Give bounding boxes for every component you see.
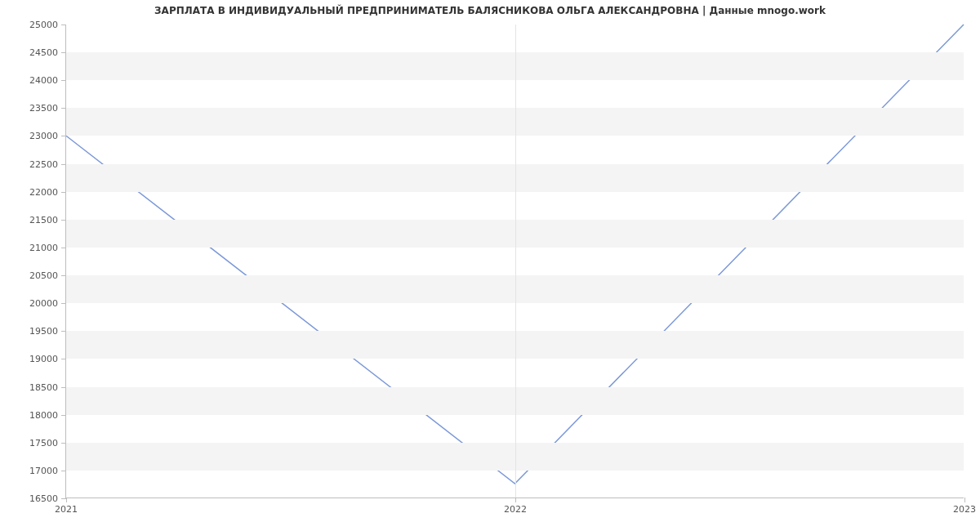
y-tick bbox=[61, 471, 66, 471]
y-tick bbox=[61, 359, 66, 359]
y-tick bbox=[61, 248, 66, 248]
x-tick-label: 2023 bbox=[953, 504, 976, 515]
y-tick-label: 17500 bbox=[29, 437, 58, 448]
y-tick-label: 23000 bbox=[29, 131, 58, 141]
y-tick-label: 22000 bbox=[29, 186, 58, 197]
y-tick bbox=[61, 443, 66, 444]
x-tick-label: 2021 bbox=[55, 504, 78, 515]
y-tick bbox=[61, 303, 66, 304]
y-tick bbox=[61, 387, 66, 388]
y-tick bbox=[61, 80, 66, 81]
y-tick bbox=[61, 415, 66, 416]
y-tick-label: 22500 bbox=[29, 158, 58, 169]
y-tick-label: 19000 bbox=[29, 354, 58, 364]
y-tick-label: 23500 bbox=[29, 103, 58, 114]
y-tick bbox=[61, 108, 66, 109]
y-tick-label: 18500 bbox=[29, 382, 58, 392]
y-tick-label: 24500 bbox=[29, 47, 58, 58]
x-tick-label: 2022 bbox=[504, 504, 527, 515]
y-tick bbox=[61, 164, 66, 165]
y-tick-label: 16500 bbox=[29, 493, 58, 504]
x-tick bbox=[66, 498, 67, 502]
y-tick bbox=[61, 331, 66, 332]
chart-title: ЗАРПЛАТА В ИНДИВИДУАЛЬНЫЙ ПРЕДПРИНИМАТЕЛ… bbox=[0, 5, 980, 16]
x-tick bbox=[964, 498, 965, 502]
y-tick bbox=[61, 52, 66, 53]
y-tick-label: 25000 bbox=[29, 20, 58, 30]
y-tick-label: 20500 bbox=[29, 270, 58, 281]
y-tick bbox=[61, 25, 66, 25]
y-tick bbox=[61, 220, 66, 221]
x-tick bbox=[515, 498, 516, 502]
y-tick-label: 17000 bbox=[29, 465, 58, 475]
chart-container: ЗАРПЛАТА В ИНДИВИДУАЛЬНЫЙ ПРЕДПРИНИМАТЕЛ… bbox=[0, 0, 980, 531]
vertical-gridline bbox=[515, 25, 516, 498]
y-tick bbox=[61, 136, 66, 136]
y-tick-label: 21500 bbox=[29, 214, 58, 225]
y-tick-label: 24000 bbox=[29, 75, 58, 86]
y-tick-label: 21000 bbox=[29, 242, 58, 252]
y-tick-label: 19500 bbox=[29, 326, 58, 337]
y-tick-label: 20000 bbox=[29, 298, 58, 309]
y-tick bbox=[61, 275, 66, 276]
y-tick-label: 18000 bbox=[29, 409, 58, 420]
y-tick bbox=[61, 192, 66, 193]
plot-area: 1650017000175001800018500190001950020000… bbox=[65, 25, 964, 498]
